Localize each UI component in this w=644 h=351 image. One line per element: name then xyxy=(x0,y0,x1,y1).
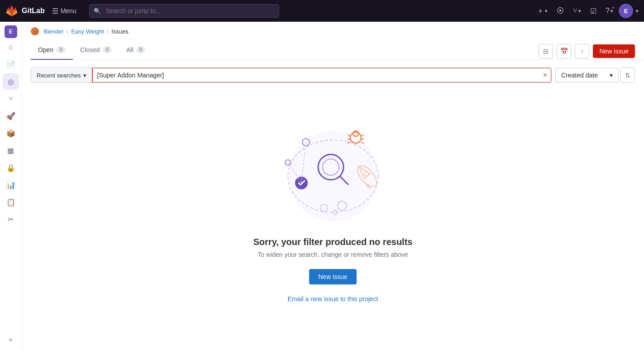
create-dropdown-arrow: ▾ xyxy=(545,8,548,14)
topnav-right-area: ＋ ▾ ⦿ ⑂ ▾ ☑ ? ▾ E ▾ xyxy=(533,4,639,19)
recent-searches-label: Recent searches xyxy=(37,72,81,79)
todos-button[interactable]: ☑ xyxy=(587,4,600,18)
email-new-issue-link[interactable]: Email a new issue to this project xyxy=(288,295,378,303)
sidebar-item-wiki[interactable]: 📋 xyxy=(3,194,19,210)
svg-point-0 xyxy=(288,131,378,221)
avatar-dropdown-arrow[interactable]: ▾ xyxy=(636,8,639,14)
left-sidebar: E ⌂ 📄 ◎ ⑂ 🚀 📦 ▦ 🔒 📊 📋 ✂ » xyxy=(0,22,22,351)
tab-open[interactable]: Open 0 xyxy=(31,43,73,60)
filter-search-wrap: × xyxy=(92,67,552,83)
avatar-letter: E xyxy=(624,8,628,14)
tab-closed[interactable]: Closed 0 xyxy=(73,43,119,60)
gitlab-wordmark: GitLab xyxy=(22,7,45,15)
empty-illustration xyxy=(265,108,401,226)
gitlab-logo-area[interactable]: GitLab xyxy=(5,5,45,17)
blender-project-icon xyxy=(31,27,39,35)
sort-dropdown-arrow: ▾ xyxy=(610,72,613,79)
recent-searches-button[interactable]: Recent searches ▾ xyxy=(31,68,92,82)
tab-all-count: 0 xyxy=(136,46,146,53)
sidebar-item-repository[interactable]: 📄 xyxy=(3,56,19,72)
user-avatar-button[interactable]: E xyxy=(619,4,633,18)
menu-button[interactable]: ☰ Menu xyxy=(48,5,80,17)
project-avatar[interactable]: E xyxy=(5,25,17,38)
svg-line-5 xyxy=(361,135,364,136)
export-button[interactable]: ↑ xyxy=(575,44,589,58)
hamburger-icon: ☰ xyxy=(52,7,58,15)
tab-open-label: Open xyxy=(38,46,53,53)
breadcrumb-current: Issues xyxy=(111,28,129,35)
create-button[interactable]: ＋ ▾ xyxy=(533,4,551,19)
topnav: GitLab ☰ Menu 🔍 ＋ ▾ ⦿ ⑂ ▾ ☑ ? ▾ E xyxy=(0,0,644,22)
sidebar-item-cicd[interactable]: 🚀 xyxy=(3,108,19,124)
filter-search-input[interactable] xyxy=(93,68,539,82)
calendar-button[interactable]: 📅 xyxy=(557,44,571,58)
sidebar-item-merge-requests[interactable]: ⑂ xyxy=(3,91,19,107)
menu-label: Menu xyxy=(61,7,76,14)
sidebar-item-issues[interactable]: ◎ xyxy=(3,73,19,90)
filter-bar: Recent searches ▾ × Created date ▾ ⇅ xyxy=(22,60,644,90)
tab-closed-label: Closed xyxy=(80,46,100,53)
tabs-right: ⊟ 📅 ↑ New issue xyxy=(539,44,635,58)
breadcrumb-blender[interactable]: Blender xyxy=(43,28,64,35)
recent-searches-arrow: ▾ xyxy=(83,72,86,79)
tabs-bar: Open 0 Closed 0 All 0 ⊟ 📅 xyxy=(22,35,644,60)
sidebar-item-monitor[interactable]: ▦ xyxy=(3,142,19,159)
sort-direction-icon: ⇅ xyxy=(625,72,630,79)
create-icon: ＋ xyxy=(537,6,544,16)
filter-right: Created date ▾ ⇅ xyxy=(555,67,635,83)
search-area: 🔍 xyxy=(89,4,279,18)
content-area: Blender › Easy Weight › Issues Open 0 Cl… xyxy=(22,22,644,351)
main-layout: E ⌂ 📄 ◎ ⑂ 🚀 📦 ▦ 🔒 📊 📋 ✂ » Blender › Easy… xyxy=(0,22,644,351)
sidebar-item-analytics[interactable]: 📊 xyxy=(3,177,19,193)
clear-icon: × xyxy=(543,71,547,79)
merge-icon: ⑂ xyxy=(573,7,577,15)
search-icon: 🔍 xyxy=(94,8,101,14)
sidebar-collapse-button[interactable]: » xyxy=(3,331,19,347)
calendar-icon: 📅 xyxy=(560,48,568,55)
new-issue-button-empty[interactable]: New issue xyxy=(309,269,357,284)
tabs-left: Open 0 Closed 0 All 0 xyxy=(31,43,153,60)
collapse-icon: » xyxy=(9,336,13,343)
breadcrumb-easy-weight[interactable]: Easy Weight xyxy=(71,28,104,35)
sort-label: Created date xyxy=(561,72,598,79)
empty-title: Sorry, your filter produced no results xyxy=(253,237,413,247)
help-button[interactable]: ? ▾ xyxy=(602,4,617,18)
sidebar-item-snippets[interactable]: ✂ xyxy=(3,211,19,227)
tab-closed-count: 0 xyxy=(103,46,112,53)
search-input[interactable] xyxy=(89,4,279,18)
mr-dropdown-arrow: ▾ xyxy=(578,8,581,14)
checkbox-icon: ☑ xyxy=(590,7,596,15)
tab-all-label: All xyxy=(126,46,134,53)
breadcrumb: Blender › Easy Weight › Issues xyxy=(22,22,644,35)
new-issue-button-top[interactable]: New issue xyxy=(593,44,635,58)
rss-button[interactable]: ⊟ xyxy=(539,44,553,58)
merge-requests-button[interactable]: ⑂ ▾ xyxy=(569,4,585,18)
export-icon: ↑ xyxy=(581,48,584,55)
help-badge xyxy=(611,6,615,10)
empty-state: Sorry, your filter produced no results T… xyxy=(22,90,644,321)
sort-select[interactable]: Created date ▾ xyxy=(555,68,619,82)
sort-direction-button[interactable]: ⇅ xyxy=(620,67,635,83)
tab-open-count: 0 xyxy=(56,46,66,53)
tab-all[interactable]: All 0 xyxy=(119,43,153,60)
sidebar-item-home[interactable]: ⌂ xyxy=(3,39,19,55)
filter-clear-button[interactable]: × xyxy=(539,69,551,81)
sidebar-item-security[interactable]: 🔒 xyxy=(3,159,19,176)
issues-button[interactable]: ⦿ xyxy=(553,4,568,18)
rss-icon: ⊟ xyxy=(543,48,549,55)
empty-subtitle: To widen your search, change or remove f… xyxy=(258,251,408,258)
issues-icon: ⦿ xyxy=(557,7,564,15)
sidebar-item-deployments[interactable]: 📦 xyxy=(3,125,19,141)
breadcrumb-sep-2: › xyxy=(107,28,109,35)
project-avatar-letter: E xyxy=(9,29,12,35)
breadcrumb-sep-1: › xyxy=(67,28,68,35)
filter-left: Recent searches ▾ × xyxy=(31,67,552,83)
help-icon: ? xyxy=(606,7,610,15)
